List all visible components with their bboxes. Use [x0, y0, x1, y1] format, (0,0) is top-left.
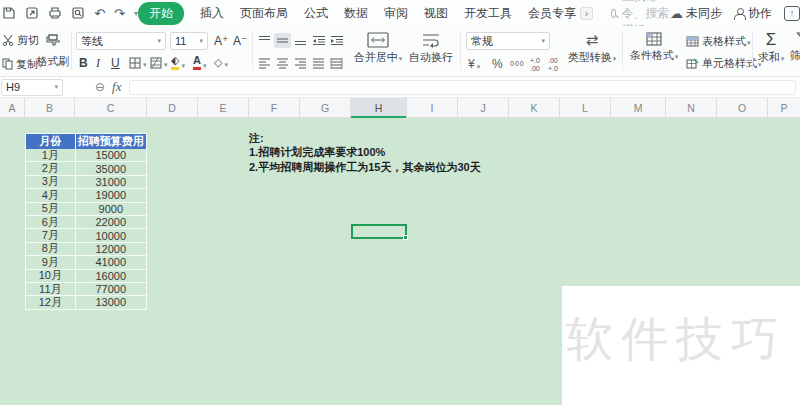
- column-headers: ABCDEFGHIJKLMNOP: [0, 98, 800, 118]
- distributed-icon[interactable]: [328, 56, 345, 71]
- tab-开始[interactable]: 开始: [138, 2, 184, 25]
- tab-插入[interactable]: 插入: [200, 5, 224, 22]
- more-tabs-chevron-icon[interactable]: ›: [580, 7, 593, 20]
- save-icon[interactable]: [2, 6, 16, 20]
- cut-button[interactable]: 剪切: [2, 33, 39, 48]
- column-header-P[interactable]: P: [768, 98, 800, 118]
- fill-color-button[interactable]: ⬖▾: [171, 55, 185, 70]
- table-cell[interactable]: 77000: [76, 283, 147, 296]
- percent-icon[interactable]: %: [492, 57, 503, 71]
- font-color-button[interactable]: A▾: [193, 55, 206, 70]
- column-header-C[interactable]: C: [75, 98, 147, 118]
- column-header-M[interactable]: M: [611, 98, 666, 118]
- print-preview-icon[interactable]: [71, 6, 85, 20]
- column-header-F[interactable]: F: [249, 98, 300, 118]
- divider: [71, 32, 72, 70]
- table-cell[interactable]: 16000: [76, 270, 147, 283]
- copy-icon: [2, 58, 13, 70]
- sync-label: 未同步: [686, 5, 722, 22]
- currency-button[interactable]: ¥▾: [468, 57, 480, 71]
- align-left-icon[interactable]: [256, 56, 273, 71]
- tab-公式[interactable]: 公式: [304, 5, 328, 22]
- merge-center-button[interactable]: 合并居中▾: [350, 32, 406, 65]
- font-name-select[interactable]: 等线▾: [76, 32, 166, 50]
- redo-icon[interactable]: ↷: [114, 7, 125, 20]
- tab-开发工具[interactable]: 开发工具: [464, 5, 512, 22]
- undo-icon[interactable]: ↶: [94, 7, 105, 20]
- share-icon[interactable]: ↑: [784, 6, 800, 21]
- align-middle-icon[interactable]: [274, 33, 291, 48]
- tab-视图[interactable]: 视图: [424, 5, 448, 22]
- table-cell[interactable]: 31000: [76, 176, 147, 189]
- align-center-icon[interactable]: [274, 56, 291, 71]
- column-header-H[interactable]: H: [351, 98, 407, 118]
- collaborate-button[interactable]: 协作: [734, 5, 772, 22]
- table-cell[interactable]: 10000: [76, 229, 147, 242]
- name-box[interactable]: H9 ▾: [1, 79, 63, 96]
- number-format-select[interactable]: 常规▾: [466, 32, 550, 50]
- column-header-G[interactable]: G: [300, 98, 351, 118]
- fill-handle[interactable]: [403, 235, 408, 240]
- column-header-O[interactable]: O: [717, 98, 768, 118]
- table-cell[interactable]: 15000: [76, 149, 147, 162]
- column-header-N[interactable]: N: [666, 98, 717, 118]
- format-painter-button[interactable]: 格式刷: [36, 32, 70, 69]
- grow-font-button[interactable]: A⁺: [214, 34, 228, 48]
- budget-table[interactable]: 月份招聘预算费用1月150002月350003月310004月190005月90…: [25, 133, 147, 310]
- print-icon[interactable]: [48, 6, 62, 20]
- table-cell[interactable]: 9000: [76, 203, 147, 216]
- sync-status[interactable]: ☁ 未同步: [670, 5, 722, 22]
- table-cell[interactable]: 22000: [76, 216, 147, 229]
- table-cell[interactable]: 13000: [76, 296, 147, 309]
- table-header-cell[interactable]: 招聘预算费用: [76, 134, 147, 149]
- increase-decimal-icon[interactable]: +.0.00: [530, 57, 540, 72]
- merge-cells-icon: [367, 32, 389, 48]
- font-size-select[interactable]: 11▾: [170, 32, 208, 50]
- shrink-font-button[interactable]: A⁻: [233, 34, 247, 48]
- wrap-text-button[interactable]: 自动换行: [406, 32, 456, 65]
- sheet-area[interactable]: 月份招聘预算费用1月150002月350003月310004月190005月90…: [0, 118, 800, 405]
- justify-icon[interactable]: [310, 56, 327, 71]
- table-style-button[interactable]: 表格样式▾: [686, 34, 751, 49]
- italic-button[interactable]: I: [96, 56, 100, 71]
- table-cell[interactable]: 35000: [76, 162, 147, 175]
- tab-会员专享[interactable]: 会员专享: [528, 5, 576, 22]
- decrease-indent-icon[interactable]: [310, 33, 327, 48]
- clear-format-button[interactable]: ◇▾: [214, 56, 228, 69]
- type-convert-button[interactable]: ⇄ 类型转换▾: [566, 32, 618, 65]
- column-header-L[interactable]: L: [560, 98, 611, 118]
- column-header-B[interactable]: B: [25, 98, 75, 118]
- table-cell[interactable]: 19000: [76, 189, 147, 202]
- table-cell[interactable]: 12月: [26, 296, 76, 309]
- export-icon[interactable]: [25, 6, 39, 20]
- conditional-format-button[interactable]: 条件格式▾: [628, 32, 680, 63]
- draw-border-button[interactable]: ▾: [150, 57, 168, 69]
- align-top-icon[interactable]: [256, 33, 273, 48]
- bold-button[interactable]: B: [79, 56, 88, 70]
- column-header-D[interactable]: D: [147, 98, 198, 118]
- column-header-K[interactable]: K: [509, 98, 560, 118]
- column-header-E[interactable]: E: [198, 98, 249, 118]
- filter-button[interactable]: 筛选▾: [788, 31, 800, 63]
- tab-页面布局[interactable]: 页面布局: [240, 5, 288, 22]
- tab-数据[interactable]: 数据: [344, 5, 368, 22]
- align-bottom-icon[interactable]: [292, 33, 309, 48]
- brush-icon: [43, 32, 63, 52]
- zoom-minus-icon[interactable]: ⊖: [95, 80, 105, 94]
- sum-button[interactable]: Σ 求和▾: [756, 31, 786, 65]
- column-header-J[interactable]: J: [458, 98, 509, 118]
- underline-button[interactable]: U: [111, 56, 120, 70]
- table-cell[interactable]: 12000: [76, 243, 147, 256]
- formula-input[interactable]: [129, 80, 796, 95]
- borders-button[interactable]: ▾: [129, 57, 147, 69]
- column-header-I[interactable]: I: [407, 98, 458, 118]
- column-header-A[interactable]: A: [0, 98, 25, 118]
- cell-style-button[interactable]: 单元格样式▾: [686, 56, 762, 71]
- tab-审阅[interactable]: 审阅: [384, 5, 408, 22]
- align-right-icon[interactable]: [292, 56, 309, 71]
- thousands-icon[interactable]: 000: [510, 60, 525, 68]
- decrease-decimal-icon[interactable]: .00+.0: [548, 57, 558, 72]
- table-cell[interactable]: 41000: [76, 256, 147, 269]
- increase-indent-icon[interactable]: [328, 33, 345, 48]
- selected-cell-H9[interactable]: [351, 224, 407, 239]
